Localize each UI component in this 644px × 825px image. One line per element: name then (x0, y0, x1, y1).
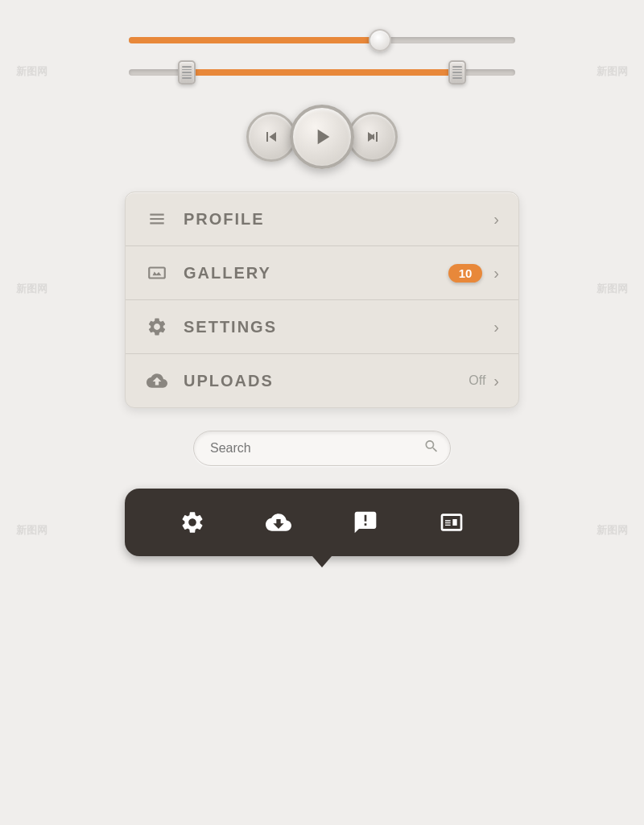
profile-chevron: › (493, 210, 499, 229)
toolbar-download-button[interactable] (259, 503, 298, 542)
slider1-wrap (129, 32, 515, 48)
bottom-toolbar (125, 489, 519, 556)
media-controls (246, 105, 398, 169)
uploads-chevron: › (493, 372, 499, 390)
menu-item-uploads[interactable]: UPLOADS Off › (126, 354, 518, 407)
menu-item-gallery[interactable]: GALLERY 10 › (126, 246, 518, 300)
search-wrap (193, 431, 451, 466)
search-icon (423, 439, 440, 459)
prev-icon (262, 127, 281, 146)
slider2-thumb-right[interactable] (448, 60, 466, 85)
gallery-chevron: › (493, 264, 499, 283)
play-icon (309, 124, 335, 150)
slider1-track (129, 37, 515, 43)
slider2-fill (187, 69, 457, 76)
uploads-label: UPLOADS (184, 372, 469, 390)
gallery-badge: 10 (448, 264, 483, 283)
toolbar-gear-icon (180, 509, 205, 535)
profile-label: PROFILE (184, 210, 493, 229)
toolbar-gear-button[interactable] (173, 503, 212, 542)
slider2-thumb-left[interactable] (178, 60, 196, 85)
slider2-wrap (129, 63, 515, 82)
gallery-label: GALLERY (184, 264, 448, 283)
menu-item-settings[interactable]: SETTINGS › (126, 300, 518, 354)
profile-icon (145, 207, 169, 231)
slider1-fill (129, 37, 380, 43)
settings-label: SETTINGS (184, 318, 493, 336)
menu-item-profile[interactable]: PROFILE › (126, 192, 518, 246)
toolbar-alert-button[interactable] (346, 503, 385, 542)
prev-button[interactable] (246, 112, 296, 162)
toolbar-idcard-icon (439, 509, 464, 535)
toolbar-idcard-button[interactable] (432, 503, 471, 542)
next-button[interactable] (348, 112, 398, 162)
settings-chevron: › (493, 318, 499, 336)
next-icon (363, 127, 382, 146)
toolbar-download-icon (266, 509, 291, 535)
slider2-track (129, 69, 515, 76)
toolbar-alert-icon (353, 509, 378, 535)
settings-icon (145, 315, 169, 339)
slider1-thumb[interactable] (369, 29, 391, 52)
menu-list: PROFILE › GALLERY 10 › SETTINGS › (125, 192, 519, 408)
gallery-icon (145, 261, 169, 285)
uploads-icon (145, 369, 169, 393)
slider-section (129, 32, 515, 82)
uploads-status: Off (469, 373, 485, 388)
play-button[interactable] (290, 105, 354, 169)
search-input[interactable] (193, 431, 451, 466)
